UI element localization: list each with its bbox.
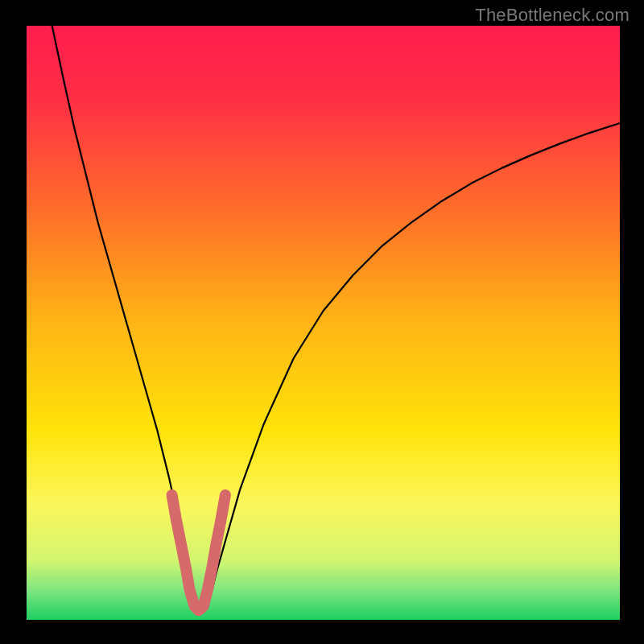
bottleneck-chart (0, 0, 644, 644)
watermark-label: TheBottleneck.com (475, 5, 630, 26)
gradient-background (27, 26, 620, 620)
chart-frame: TheBottleneck.com (0, 0, 644, 644)
